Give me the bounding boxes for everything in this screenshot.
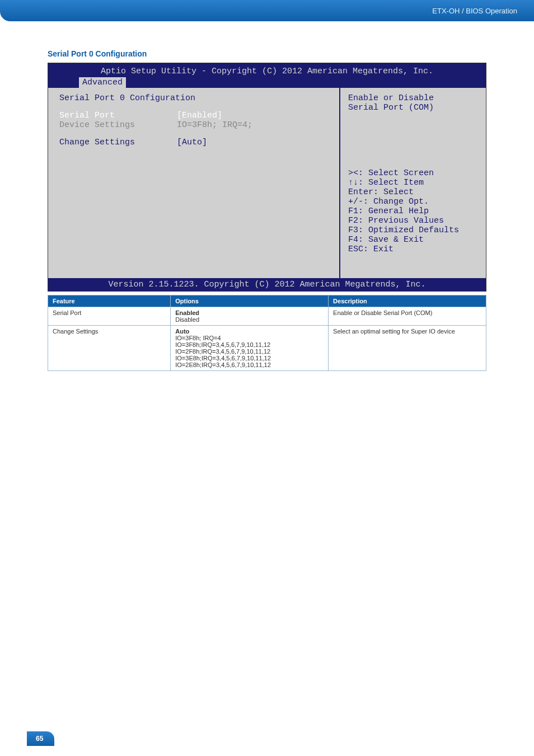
bios-tab-advanced: Advanced <box>79 77 126 88</box>
table-row: Change Settings Auto IO=3F8h; IRQ=4 IO=3… <box>48 326 486 371</box>
bios-nav-line: F3: Optimized Defaults <box>348 226 478 235</box>
bios-nav-line: F2: Previous Values <box>348 216 478 226</box>
bios-item-change-settings-label: Change Settings <box>59 138 177 147</box>
bios-help-line: Serial Port (COM) <box>348 103 478 112</box>
option-default: Auto <box>175 328 189 335</box>
section-title: Serial Port 0 Configuration <box>48 49 486 58</box>
bios-tabs: Advanced <box>48 77 486 88</box>
bios-utility-title: Aptio Setup Utility - Copyright (C) 2012… <box>48 65 486 77</box>
table-header-options: Options <box>171 295 329 307</box>
feature-options-table: Feature Options Description Serial Port … <box>48 295 486 371</box>
bios-nav-line: ><: Select Screen <box>348 168 478 178</box>
table-cell-options: Auto IO=3F8h; IRQ=4 IO=3F8h;IRQ=3,4,5,6,… <box>171 326 329 371</box>
bios-nav-line: F1: General Help <box>348 206 478 216</box>
bios-nav-line: F4: Save & Exit <box>348 235 478 245</box>
bios-header: Aptio Setup Utility - Copyright (C) 2012… <box>48 63 486 88</box>
table-header-description: Description <box>329 295 486 307</box>
table-cell-description: Enable or Disable Serial Port (COM) <box>329 307 486 326</box>
page-number: 65 <box>27 731 54 746</box>
table-header-feature: Feature <box>48 295 171 307</box>
bios-item-serial-port-label: Serial Port <box>59 111 177 120</box>
bios-nav-line: ESC: Exit <box>348 245 478 254</box>
bios-nav-line: ↑↓: Select Item <box>348 178 478 187</box>
bios-help-text: Enable or Disable Serial Port (COM) <box>348 93 478 112</box>
bios-help-panel: Enable or Disable Serial Port (COM) ><: … <box>340 88 486 278</box>
bios-panel-heading: Serial Port 0 Configuration <box>59 93 328 103</box>
option-item: IO=2E8h;IRQ=3,4,5,6,7,9,10,11,12 <box>175 361 271 368</box>
table-cell-feature: Serial Port <box>48 307 171 326</box>
option-item: Disabled <box>175 316 199 323</box>
bios-main-panel: Serial Port 0 Configuration Serial Port … <box>48 88 340 278</box>
option-item: IO=2F8h;IRQ=3,4,5,6,7,9,10,11,12 <box>175 348 270 355</box>
bios-item-device-settings-label: Device Settings <box>59 120 177 130</box>
bios-item-device-settings-value: IO=3F8h; IRQ=4; <box>177 120 328 130</box>
option-item: IO=3F8h; IRQ=4 <box>175 335 221 341</box>
bios-screenshot: Aptio Setup Utility - Copyright (C) 2012… <box>48 63 486 292</box>
bios-nav-line: Enter: Select <box>348 187 478 197</box>
bios-body: Serial Port 0 Configuration Serial Port … <box>48 88 486 278</box>
option-item: IO=3F8h;IRQ=3,4,5,6,7,9,10,11,12 <box>175 341 270 348</box>
table-cell-feature: Change Settings <box>48 326 171 371</box>
page-header-bar: ETX-OH / BIOS Operation <box>0 0 534 21</box>
bios-nav-hints: ><: Select Screen ↑↓: Select Item Enter:… <box>348 168 478 254</box>
option-item: IO=3E8h;IRQ=3,4,5,6,7,9,10,11,12 <box>175 355 271 361</box>
bios-item-change-settings-value: [Auto] <box>177 138 328 147</box>
bios-nav-line: +/-: Change Opt. <box>348 197 478 206</box>
option-default: Enabled <box>175 309 199 316</box>
table-cell-description: Select an optimal setting for Super IO d… <box>329 326 486 371</box>
bios-footer-version: Version 2.15.1223. Copyright (C) 2012 Am… <box>48 278 486 291</box>
bios-help-line: Enable or Disable <box>348 93 478 103</box>
bios-item-serial-port-value: [Enabled] <box>177 111 328 120</box>
breadcrumb: ETX-OH / BIOS Operation <box>432 7 517 15</box>
table-cell-options: Enabled Disabled <box>171 307 329 326</box>
table-row: Serial Port Enabled Disabled Enable or D… <box>48 307 486 326</box>
page-content: Serial Port 0 Configuration Aptio Setup … <box>0 21 534 371</box>
